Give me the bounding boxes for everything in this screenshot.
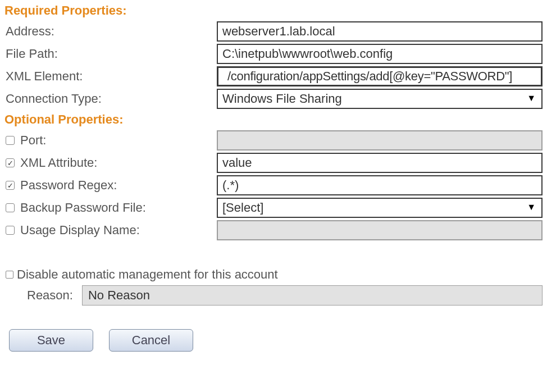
connection-type-label: Connection Type: [6,92,102,106]
disable-auto-management-label: Disable automatic management for this ac… [17,267,278,282]
password-regex-input[interactable] [217,175,543,195]
backup-password-file-value: [Select] [222,200,263,215]
reason-input[interactable] [82,285,543,306]
required-properties-header: Required Properties: [4,3,543,18]
address-input[interactable] [217,21,543,42]
port-input[interactable] [217,130,543,151]
cancel-button[interactable]: Cancel [109,329,193,352]
usage-display-name-label: Usage Display Name: [20,223,140,238]
port-label: Port: [20,133,46,148]
file-path-input[interactable] [217,44,543,64]
usage-display-name-checkbox[interactable] [6,226,15,235]
port-checkbox[interactable] [6,136,15,145]
file-path-label: File Path: [6,47,58,61]
connection-type-select[interactable]: Windows File Sharing ▼ [217,89,543,109]
backup-password-file-checkbox[interactable] [6,203,15,212]
password-regex-checkbox[interactable] [6,181,15,190]
reason-label: Reason: [27,288,73,303]
optional-properties-header: Optional Properties: [4,112,543,127]
backup-password-file-select[interactable]: [Select] ▼ [217,198,543,218]
usage-display-name-input[interactable] [217,220,543,240]
disable-auto-management-checkbox[interactable] [6,271,13,279]
password-regex-label: Password Regex: [20,178,117,193]
xml-attribute-label: XML Attribute: [20,156,97,170]
xml-attribute-input[interactable] [217,153,543,173]
backup-password-file-label: Backup Password File: [20,200,146,215]
address-label: Address: [6,24,54,39]
chevron-down-icon: ▼ [527,202,536,212]
xml-element-input[interactable] [217,66,543,86]
xml-element-label: XML Element: [6,69,83,84]
xml-attribute-checkbox[interactable] [6,158,15,167]
save-button[interactable]: Save [9,329,93,352]
chevron-down-icon: ▼ [527,93,536,103]
connection-type-value: Windows File Sharing [222,92,342,106]
